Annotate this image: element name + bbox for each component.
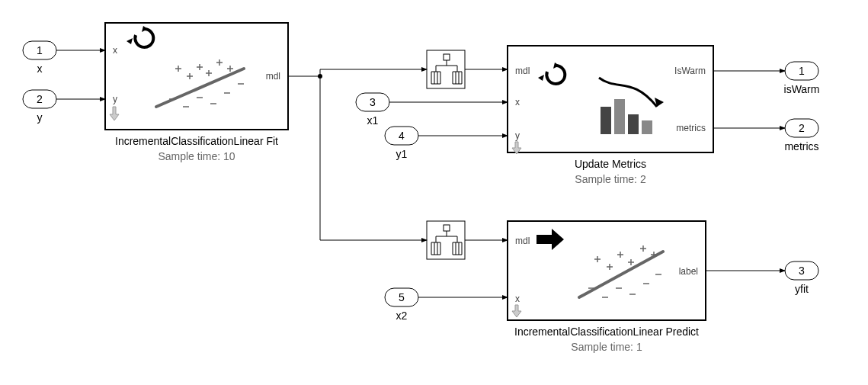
fit-port-x: x [113, 45, 117, 56]
inport-x2[interactable]: 5 x2 [385, 288, 418, 322]
fit-port-mdl: mdl [266, 71, 280, 82]
fit-block-sample: Sample time: 10 [158, 150, 235, 162]
fit-port-y: y [113, 94, 117, 104]
outport-metrics[interactable]: 2 metrics [784, 119, 818, 152]
inport-x1-num: 3 [370, 96, 376, 108]
svg-rect-5 [105, 23, 288, 130]
inport-x-num: 1 [37, 44, 43, 56]
outport-yfit-num: 3 [799, 265, 805, 277]
outport-yfit[interactable]: 3 yfit [785, 261, 818, 295]
predict-port-mdl: mdl [515, 236, 530, 246]
inport-x-label: x [37, 63, 43, 75]
inport-y-label: y [37, 111, 43, 124]
inport-x1-label: x1 [367, 114, 379, 127]
predict-block-name: IncrementalClassificationLinear Predict [514, 326, 699, 338]
update-block-sample: Sample time: 2 [575, 173, 646, 185]
inport-y1-num: 4 [399, 130, 405, 142]
inport-y1[interactable]: 4 y1 [385, 127, 418, 160]
inport-y[interactable]: 2 y [23, 90, 56, 124]
fit-block[interactable]: x y mdl [105, 23, 288, 162]
inport-x1[interactable]: 3 x1 [356, 93, 389, 127]
inport-y1-label: y1 [396, 148, 408, 160]
update-metrics-block[interactable]: mdl x y IsWarm metrics Update Metrics Sa… [508, 46, 713, 185]
inport-x2-num: 5 [399, 291, 405, 303]
svg-rect-26 [601, 107, 611, 134]
predict-block-sample: Sample time: 1 [571, 341, 642, 353]
update-port-x: x [515, 97, 520, 107]
outport-iswarm[interactable]: 1 isWarm [784, 62, 820, 95]
update-port-y: y [515, 130, 520, 141]
update-block-name: Update Metrics [575, 158, 646, 170]
update-port-iswarm: IsWarm [674, 66, 706, 76]
rate-transition-b[interactable] [427, 221, 465, 259]
outport-metrics-num: 2 [799, 122, 805, 134]
outport-iswarm-label: isWarm [784, 83, 820, 95]
predict-block[interactable]: mdl x label [508, 221, 706, 353]
svg-rect-28 [628, 114, 639, 134]
inport-x2-label: x2 [396, 310, 408, 322]
inport-y-num: 2 [37, 93, 43, 105]
svg-rect-27 [614, 99, 625, 134]
update-port-mdl: mdl [515, 66, 530, 76]
fit-block-name: IncrementalClassificationLinear Fit [115, 135, 278, 147]
inport-x[interactable]: 1 x [23, 41, 56, 75]
predict-port-label: label [679, 266, 698, 277]
outport-yfit-label: yfit [795, 283, 809, 295]
svg-rect-29 [642, 120, 652, 134]
rate-transition-a[interactable] [427, 50, 465, 88]
outport-iswarm-num: 1 [799, 65, 805, 77]
predict-port-x: x [515, 294, 520, 304]
svg-rect-25 [508, 46, 713, 152]
outport-metrics-label: metrics [784, 140, 818, 152]
update-port-metrics: metrics [676, 123, 706, 133]
wire [320, 69, 427, 76]
